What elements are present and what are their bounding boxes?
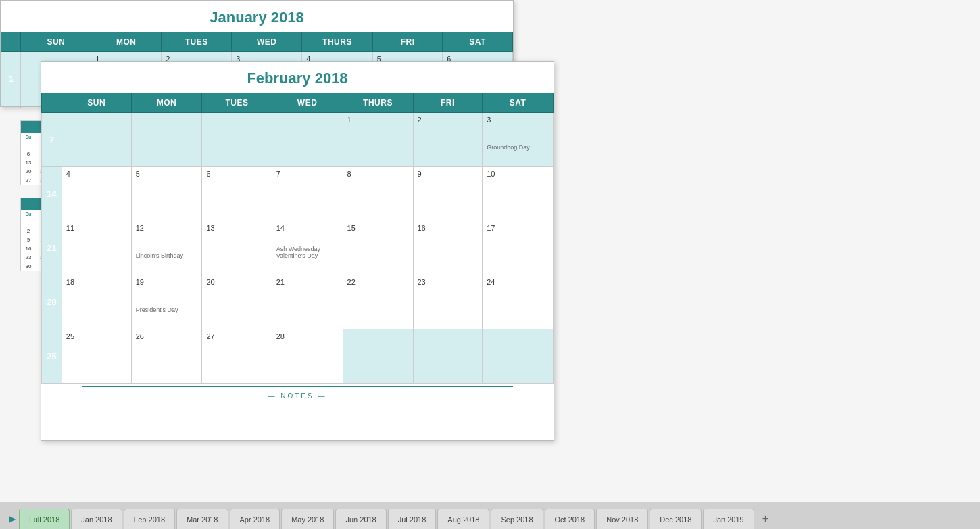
tab-jan-2019[interactable]: Jan 2019 xyxy=(703,509,754,529)
add-tab-button[interactable]: + xyxy=(756,509,775,529)
jan-week-1: 1 xyxy=(1,52,21,106)
groundhog-day-label: Groundhog Day xyxy=(487,144,549,151)
feb-week-14: 14 xyxy=(42,167,62,221)
tab-nov-2018[interactable]: Nov 2018 xyxy=(596,509,648,529)
tab-aug-2018[interactable]: Aug 2018 xyxy=(437,509,489,529)
feb-week-25: 25 xyxy=(42,329,62,384)
tab-scroll-left[interactable]: ▶ xyxy=(7,509,18,529)
ash-wednesday-label: Ash WednesdayValentine's Day xyxy=(276,246,339,259)
large-feb-table: SUNMONTUESWEDTHURSFRISAT 7 1 2 3Groundho… xyxy=(41,93,554,384)
tab-may-2018[interactable]: May 2018 xyxy=(281,509,334,529)
tab-oct-2018[interactable]: Oct 2018 xyxy=(545,509,595,529)
lincolns-birthday-label: Lincoln's Birthday xyxy=(136,252,198,259)
feb-notes-area: — NOTES — xyxy=(41,386,554,440)
tab-bar: ▶ Full 2018Jan 2018Feb 2018Mar 2018Apr 2… xyxy=(0,502,980,529)
tab-feb-2018[interactable]: Feb 2018 xyxy=(124,509,175,529)
tab-jan-2018[interactable]: Jan 2018 xyxy=(71,509,122,529)
tab-dec-2018[interactable]: Dec 2018 xyxy=(650,509,702,529)
tab-jul-2018[interactable]: Jul 2018 xyxy=(388,509,437,529)
feb-notes-label: — NOTES — xyxy=(82,386,513,405)
feb-week-28: 28 xyxy=(42,275,62,329)
feb-week-7: 7 xyxy=(42,113,62,167)
tab-full-2018[interactable]: Full 2018 xyxy=(19,509,70,529)
tab-apr-2018[interactable]: Apr 2018 xyxy=(230,509,280,529)
presidents-day-label: President's Day xyxy=(136,306,198,313)
large-jan-title: January 2018 xyxy=(1,1,513,32)
large-calendar-february: February 2018 SUNMONTUESWEDTHURSFRISAT 7… xyxy=(41,61,554,441)
tab-jun-2018[interactable]: Jun 2018 xyxy=(335,509,386,529)
main-area: 2018 ANNUAL CALENDAR TEMPLATE JANUARY 20… xyxy=(0,0,980,502)
tab-mar-2018[interactable]: Mar 2018 xyxy=(176,509,228,529)
feb-week-21: 21 xyxy=(42,221,62,275)
tab-sep-2018[interactable]: Sep 2018 xyxy=(491,509,543,529)
large-feb-title: February 2018 xyxy=(41,62,554,93)
